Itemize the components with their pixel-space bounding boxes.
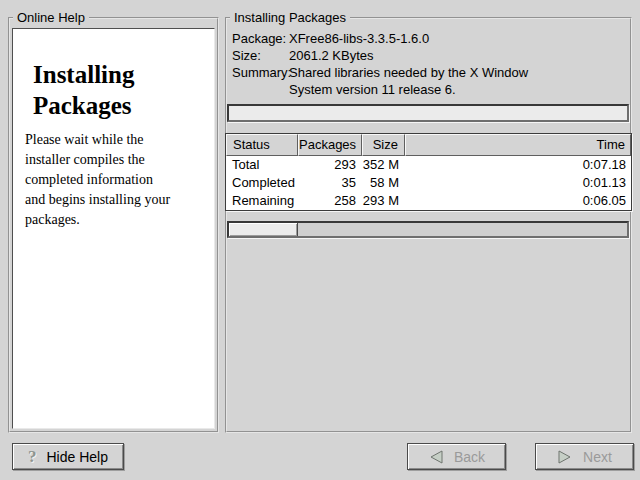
package-info-row: Package: XFree86-libs-3.3.5-1.6.0: [232, 30, 528, 47]
total-progress-bar: [227, 221, 629, 238]
hide-help-label: Hide Help: [47, 449, 108, 465]
stats-table-header: Status Packages Size Time: [226, 134, 631, 156]
question-mark-icon: ?: [28, 447, 37, 467]
next-button[interactable]: Next: [535, 443, 634, 470]
online-help-frame-label: Online Help: [13, 10, 89, 25]
table-row-completed: Completed 35 58 M 0:01.13: [226, 174, 631, 192]
next-label: Next: [583, 449, 612, 465]
summary-label: Summary:: [232, 64, 289, 98]
next-arrow-icon: [557, 450, 573, 464]
column-header-time[interactable]: Time: [405, 134, 631, 156]
back-label: Back: [454, 449, 485, 465]
help-content-panel: Installing Packages Please wait while th…: [12, 28, 215, 429]
back-button[interactable]: Back: [407, 443, 506, 470]
table-row-total: Total 293 352 M 0:07.18: [226, 156, 631, 174]
size-label: Size:: [232, 47, 289, 64]
total-progress-fill: [229, 223, 298, 236]
stats-table: Status Packages Size Time Total 293 352 …: [225, 133, 632, 211]
column-header-status[interactable]: Status: [226, 134, 298, 156]
package-info-row: Size: 2061.2 KBytes: [232, 47, 528, 64]
hide-help-button[interactable]: ? Hide Help: [12, 443, 124, 470]
help-body-text: Please wait while the installer compiles…: [25, 130, 210, 230]
package-info: Package: XFree86-libs-3.3.5-1.6.0 Size: …: [232, 30, 528, 98]
package-info-row: Summary: Shared libraries needed by the …: [232, 64, 528, 98]
installing-packages-frame-label: Installing Packages: [230, 10, 350, 25]
back-arrow-icon: [428, 450, 444, 464]
column-header-size[interactable]: Size: [362, 134, 405, 156]
help-title: Installing Packages: [33, 59, 198, 121]
table-row-remaining: Remaining 258 293 M 0:06.05: [226, 192, 631, 210]
column-header-packages[interactable]: Packages: [298, 134, 362, 156]
size-value: 2061.2 KBytes: [289, 47, 374, 64]
summary-value: Shared libraries needed by the X Window …: [289, 64, 528, 98]
package-progress-bar: [227, 104, 629, 122]
installer-window: Online Help Installing Packages Please w…: [0, 0, 640, 480]
package-value: XFree86-libs-3.3.5-1.6.0: [289, 30, 429, 47]
package-label: Package:: [232, 30, 289, 47]
